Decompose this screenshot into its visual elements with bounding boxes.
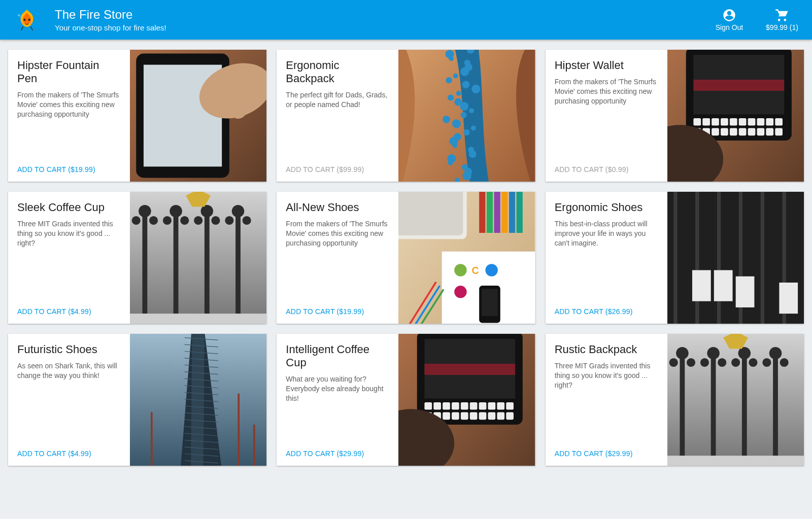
signout-button[interactable]: Sign Out bbox=[712, 8, 747, 31]
product-title: Ergonomic Backpack bbox=[286, 59, 390, 85]
svg-rect-52 bbox=[712, 118, 719, 126]
fire-mascot-icon bbox=[14, 7, 40, 32]
svg-rect-153 bbox=[461, 402, 468, 410]
product-description: From the makers of 'The Smurfs Movie' co… bbox=[17, 90, 122, 119]
product-info: Ergonomic Backpack The perfect gift for … bbox=[277, 50, 398, 182]
svg-rect-110 bbox=[695, 192, 699, 324]
svg-point-21 bbox=[471, 85, 480, 93]
svg-rect-149 bbox=[425, 402, 432, 410]
svg-point-82 bbox=[194, 216, 202, 225]
add-to-cart-button: ADD TO CART ($99.99) bbox=[286, 165, 390, 174]
svg-point-29 bbox=[452, 119, 461, 128]
svg-rect-72 bbox=[142, 214, 147, 314]
svg-rect-154 bbox=[470, 402, 478, 410]
product-card: Hipster Fountain Pen From the makers of … bbox=[8, 50, 266, 182]
svg-point-87 bbox=[243, 216, 251, 225]
svg-point-27 bbox=[461, 112, 467, 118]
svg-rect-94 bbox=[494, 192, 500, 233]
svg-rect-76 bbox=[174, 214, 179, 314]
svg-rect-115 bbox=[692, 270, 711, 301]
svg-point-181 bbox=[731, 358, 740, 367]
add-to-cart-button[interactable]: ADD TO CART ($29.99) bbox=[286, 449, 390, 458]
add-to-cart-button[interactable]: ADD TO CART ($4.99) bbox=[17, 449, 122, 458]
svg-rect-49 bbox=[693, 80, 784, 91]
cart-label: $99.99 (1) bbox=[766, 23, 798, 31]
svg-rect-158 bbox=[506, 402, 514, 410]
signout-label: Sign Out bbox=[716, 23, 743, 31]
cart-button[interactable]: $99.99 (1) bbox=[764, 8, 800, 31]
account-circle-icon bbox=[722, 8, 736, 22]
svg-rect-111 bbox=[717, 192, 721, 324]
svg-rect-62 bbox=[712, 128, 719, 135]
svg-rect-163 bbox=[461, 412, 468, 420]
svg-rect-88 bbox=[130, 314, 266, 324]
svg-rect-175 bbox=[710, 356, 716, 456]
svg-point-186 bbox=[780, 358, 788, 367]
product-info: Hipster Fountain Pen From the makers of … bbox=[8, 50, 130, 182]
add-to-cart-button[interactable]: ADD TO CART ($19.99) bbox=[17, 165, 122, 174]
app-subtitle: Your one-stop shop for fire sales! bbox=[55, 23, 166, 32]
product-description: The perfect gift for Dads, Grads, or peo… bbox=[286, 90, 390, 110]
svg-rect-93 bbox=[487, 192, 493, 233]
product-image bbox=[667, 50, 804, 182]
product-title: Rustic Backpack bbox=[555, 343, 659, 356]
svg-rect-92 bbox=[479, 192, 485, 233]
svg-rect-171 bbox=[680, 356, 685, 456]
product-image bbox=[130, 50, 266, 182]
svg-point-178 bbox=[718, 358, 726, 367]
product-image bbox=[398, 334, 535, 466]
add-to-cart-button: ADD TO CART ($0.99) bbox=[555, 165, 659, 174]
product-info: Futuristic Shoes As seen on Shark Tank, … bbox=[8, 334, 130, 466]
svg-rect-51 bbox=[702, 118, 710, 126]
svg-rect-109 bbox=[673, 192, 677, 324]
svg-rect-54 bbox=[730, 118, 737, 126]
app-header: The Fire Store Your one-stop shop for fi… bbox=[0, 0, 812, 40]
product-title: All-New Shoes bbox=[286, 201, 390, 214]
svg-rect-187 bbox=[667, 456, 804, 466]
svg-point-185 bbox=[762, 358, 771, 367]
add-to-cart-button[interactable]: ADD TO CART ($29.99) bbox=[555, 449, 659, 458]
product-card: Intelligent Coffee Cup What are you wait… bbox=[277, 334, 535, 466]
svg-rect-166 bbox=[488, 412, 496, 420]
svg-rect-55 bbox=[738, 118, 746, 126]
svg-point-99 bbox=[455, 264, 467, 276]
svg-rect-161 bbox=[443, 412, 450, 420]
svg-rect-162 bbox=[452, 412, 459, 420]
svg-point-34 bbox=[453, 143, 458, 148]
svg-point-83 bbox=[211, 216, 220, 225]
svg-point-74 bbox=[132, 216, 141, 225]
svg-point-0 bbox=[23, 19, 26, 21]
svg-rect-91 bbox=[398, 192, 463, 235]
svg-rect-57 bbox=[757, 118, 764, 126]
product-title: Intelligent Coffee Cup bbox=[286, 343, 390, 369]
svg-rect-104 bbox=[482, 289, 498, 316]
product-grid: Hipster Fountain Pen From the makers of … bbox=[0, 40, 812, 476]
svg-rect-165 bbox=[479, 412, 487, 420]
svg-rect-164 bbox=[470, 412, 478, 420]
add-to-cart-button[interactable]: ADD TO CART ($26.99) bbox=[555, 307, 659, 316]
product-title: Hipster Wallet bbox=[555, 59, 659, 72]
svg-text:C: C bbox=[472, 265, 479, 276]
svg-point-26 bbox=[469, 108, 475, 113]
product-card: Rustic Backpack Three MIT Grads invented… bbox=[546, 334, 804, 466]
svg-rect-148 bbox=[425, 364, 516, 375]
add-to-cart-button[interactable]: ADD TO CART ($19.99) bbox=[286, 307, 390, 316]
product-image bbox=[130, 192, 266, 324]
product-description: Three MIT Grads invented this thing so y… bbox=[17, 219, 122, 248]
svg-point-28 bbox=[443, 116, 451, 123]
svg-rect-179 bbox=[742, 356, 747, 456]
svg-rect-66 bbox=[748, 128, 755, 135]
svg-point-172 bbox=[676, 347, 688, 359]
svg-rect-50 bbox=[693, 118, 701, 126]
svg-point-102 bbox=[455, 286, 467, 298]
product-info: Intelligent Coffee Cup What are you wait… bbox=[277, 334, 398, 466]
product-info: Rustic Backpack Three MIT Grads invented… bbox=[546, 334, 667, 466]
svg-point-30 bbox=[471, 126, 476, 131]
svg-rect-53 bbox=[721, 118, 728, 126]
add-to-cart-button[interactable]: ADD TO CART ($4.99) bbox=[17, 307, 122, 316]
svg-point-73 bbox=[139, 205, 151, 217]
product-info: All-New Shoes From the makers of 'The Sm… bbox=[277, 192, 398, 324]
product-card: Ergonomic Shoes This best-in-class produ… bbox=[546, 192, 804, 324]
svg-rect-116 bbox=[735, 276, 754, 307]
product-image bbox=[667, 334, 804, 466]
